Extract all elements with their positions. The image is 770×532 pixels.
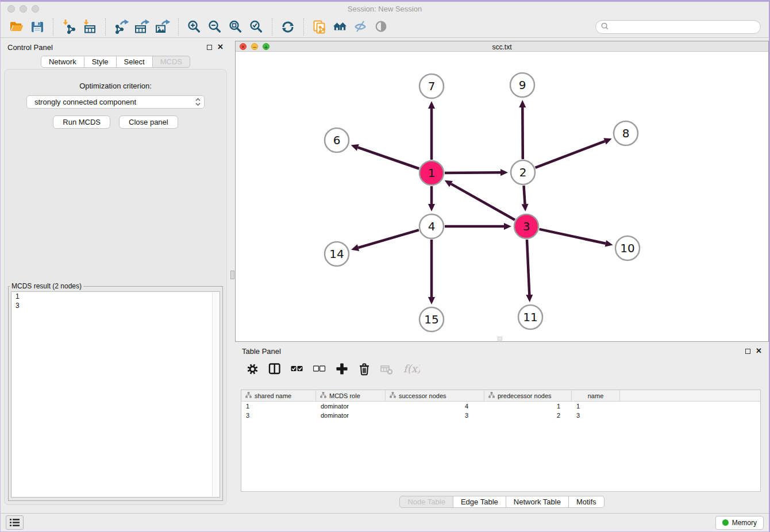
criterion-dropdown[interactable]: strongly connected component	[26, 95, 205, 109]
table-cell[interactable]: 3	[572, 412, 620, 419]
table-cell[interactable]: 2	[484, 412, 572, 419]
network-close-icon[interactable]: ✕	[240, 43, 247, 50]
minimize-window-button[interactable]	[20, 5, 27, 13]
graph-edge-3-10[interactable]	[540, 229, 613, 247]
table-cell[interactable]: 3	[386, 412, 484, 419]
network-minimize-icon[interactable]: −	[251, 43, 258, 50]
svg-text:11: 11	[523, 310, 537, 324]
graph-edge-2-3[interactable]	[522, 186, 529, 211]
table-cell[interactable]: 1	[484, 403, 572, 410]
import-table-icon[interactable]	[79, 18, 100, 36]
column-header-mcds-role[interactable]: MCDS role	[316, 390, 386, 401]
zoom-in-icon[interactable]	[184, 18, 205, 36]
close-panel-button[interactable]: Close panel	[119, 115, 178, 129]
search-field[interactable]	[595, 20, 761, 34]
table-cell[interactable]: dominator	[316, 412, 386, 419]
open-session-icon[interactable]	[6, 18, 27, 36]
search-input[interactable]	[612, 22, 755, 32]
graph-edge-2-9[interactable]	[519, 100, 526, 159]
deselect-all-icon[interactable]	[313, 361, 326, 376]
graph-edge-4-3[interactable]	[445, 223, 511, 230]
network-maximize-icon[interactable]: +	[263, 43, 270, 50]
task-history-button[interactable]	[6, 515, 24, 530]
zoom-out-icon[interactable]	[205, 18, 225, 36]
splitter-grip[interactable]	[230, 271, 234, 279]
table-tab-edge-table[interactable]: Edge Table	[453, 496, 506, 508]
save-session-icon[interactable]	[27, 18, 48, 36]
tab-mcds[interactable]: MCDS	[153, 56, 190, 68]
graph-edge-1-6[interactable]	[351, 144, 419, 168]
table-mode-icon[interactable]	[247, 361, 259, 376]
close-panel-icon[interactable]: ✕	[217, 44, 224, 50]
tab-network[interactable]: Network	[41, 56, 84, 68]
network-window-titlebar[interactable]: ✕ − + scc.txt	[236, 41, 768, 52]
table-tab-motifs[interactable]: Motifs	[569, 496, 605, 508]
float-table-panel-icon[interactable]	[745, 349, 750, 354]
column-header-predecessor-nodes[interactable]: predecessor nodes	[484, 390, 572, 401]
close-table-panel-icon[interactable]: ✕	[756, 348, 762, 354]
graph-edge-1-7[interactable]	[428, 101, 435, 160]
table-row[interactable]: 3dominator323	[241, 411, 760, 420]
graph-edge-4-14[interactable]	[351, 230, 419, 251]
graph-edge-1-4[interactable]	[428, 186, 435, 211]
show-columns-icon[interactable]	[268, 361, 281, 376]
graph-node-3[interactable]: 3	[514, 214, 538, 238]
home-icon[interactable]	[330, 18, 351, 36]
network-canvas[interactable]: 7968124314101511	[236, 52, 768, 341]
column-label: successor nodes	[399, 392, 446, 399]
table-cell[interactable]: 4	[386, 403, 484, 410]
graph-edge-1-2[interactable]	[445, 169, 508, 176]
zoom-window-button[interactable]	[32, 5, 39, 13]
table-cell[interactable]: 3	[241, 412, 316, 419]
column-header-shared-name[interactable]: shared name	[241, 390, 316, 401]
graph-node-6[interactable]: 6	[325, 128, 349, 152]
table-cell[interactable]: 1	[241, 403, 316, 410]
table-row[interactable]: 1dominator411	[241, 402, 760, 411]
result-item[interactable]: 1	[11, 292, 220, 301]
graph-edge-3-11[interactable]	[526, 240, 533, 302]
graph-node-4[interactable]: 4	[419, 214, 444, 238]
zoom-selected-icon[interactable]	[246, 18, 267, 36]
zoom-fit-icon[interactable]	[225, 18, 246, 36]
tab-select[interactable]: Select	[117, 56, 153, 68]
import-network-icon[interactable]	[59, 18, 79, 36]
graph-node-11[interactable]: 11	[518, 305, 542, 329]
graph-node-10[interactable]: 10	[615, 236, 640, 260]
graph-node-14[interactable]: 14	[325, 242, 349, 266]
export-network-icon[interactable]	[111, 18, 132, 36]
result-scrollbar[interactable]	[212, 292, 219, 496]
network-resize-grip[interactable]	[498, 337, 502, 341]
refresh-layout-icon[interactable]	[278, 18, 298, 36]
table-tab-node-table[interactable]: Node Table	[399, 496, 453, 508]
column-header-name[interactable]: name	[572, 390, 620, 401]
table-tab-network-table[interactable]: Network Table	[506, 496, 569, 508]
column-header-successor-nodes[interactable]: successor nodes	[386, 390, 484, 401]
select-all-icon[interactable]	[291, 361, 303, 376]
graph-edge-3-1[interactable]	[445, 180, 515, 220]
export-table-icon[interactable]	[132, 18, 152, 36]
tab-style[interactable]: Style	[84, 56, 117, 68]
delete-column-icon[interactable]	[358, 361, 371, 376]
float-panel-icon[interactable]	[207, 45, 212, 50]
memory-button[interactable]: Memory	[715, 516, 764, 530]
graph-node-15[interactable]: 15	[419, 307, 444, 331]
result-item[interactable]: 3	[11, 301, 220, 310]
export-image-icon[interactable]	[152, 18, 173, 36]
table-header-row: shared nameMCDS rolesuccessor nodesprede…	[241, 390, 760, 402]
graph-node-7[interactable]: 7	[419, 74, 444, 98]
mcds-result-list[interactable]: 13	[11, 291, 220, 498]
graph-edge-2-8[interactable]	[536, 138, 612, 168]
graph-edge-4-15[interactable]	[428, 240, 435, 304]
run-mcds-button[interactable]: Run MCDS	[53, 115, 110, 129]
graph-node-1[interactable]: 1	[419, 161, 444, 185]
graph-node-2[interactable]: 2	[511, 160, 535, 184]
close-window-button[interactable]	[7, 5, 15, 13]
clone-network-icon[interactable]	[309, 18, 330, 36]
table-cell[interactable]: dominator	[316, 403, 386, 410]
graph-node-8[interactable]: 8	[614, 121, 638, 145]
add-column-icon[interactable]	[336, 361, 348, 376]
hide-details-icon[interactable]	[351, 18, 371, 36]
table-cell[interactable]: 1	[572, 403, 620, 410]
panel-splitter[interactable]	[230, 40, 235, 513]
graph-node-9[interactable]: 9	[510, 73, 534, 97]
